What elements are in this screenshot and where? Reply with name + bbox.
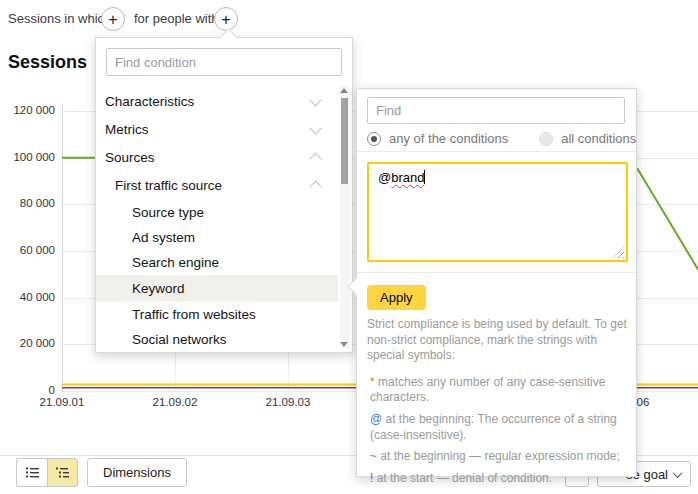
tree-view-button[interactable]: [47, 458, 78, 487]
radio-all-conditions[interactable]: [539, 132, 553, 146]
help-rule-exclamation: ! at the start — denial of condition.: [367, 471, 627, 487]
condition-dropdown: Characteristics Metrics Sources First tr…: [95, 37, 353, 353]
tilde-symbol: ~: [370, 449, 377, 463]
radio-all-label: all conditions: [561, 131, 636, 146]
chart-line-sessions-green: [637, 168, 698, 269]
scroll-down-icon[interactable]: [340, 342, 348, 347]
at-symbol: @: [370, 412, 382, 426]
condition-item-sources[interactable]: Sources: [96, 143, 338, 171]
chevron-down-icon: [309, 93, 322, 106]
match-mode-radios: any of the conditions all conditions: [367, 129, 636, 147]
dimensions-button[interactable]: Dimensions: [87, 458, 187, 487]
text-cursor: [424, 170, 425, 184]
radio-any-conditions[interactable]: [367, 132, 381, 146]
scrollbar-thumb[interactable]: [341, 98, 348, 184]
find-condition-input[interactable]: [106, 48, 342, 76]
resize-handle-icon[interactable]: [613, 247, 624, 258]
condition-item-traffic-from-websites[interactable]: Traffic from websites: [96, 302, 338, 327]
scroll-up-icon[interactable]: [340, 88, 348, 93]
help-rule-asterisk: * matches any number of any case-sensiti…: [367, 375, 627, 406]
y-axis-label: 60 000: [0, 244, 55, 256]
dropdown-scrollbar[interactable]: [340, 86, 349, 349]
tree-view-icon: [55, 466, 70, 479]
condition-item-characteristics[interactable]: Characteristics: [96, 87, 338, 115]
y-axis-label: 0: [0, 384, 55, 396]
y-axis-label: 40 000: [0, 291, 55, 303]
condition-item-metrics[interactable]: Metrics: [96, 115, 338, 143]
popup-divider: [357, 272, 636, 273]
value-prefix: @: [378, 170, 391, 185]
x-axis-label: 21.09.02: [135, 396, 215, 408]
y-axis-line: [62, 104, 63, 391]
help-rule-at: @ at the beginning: The occurrence of a …: [367, 412, 627, 443]
list-view-icon: [25, 466, 40, 479]
condition-list: Characteristics Metrics Sources First tr…: [96, 87, 338, 352]
value-word: brand: [391, 170, 424, 185]
help-intro: Strict compliance is being used by defau…: [367, 317, 627, 364]
radio-any-label: any of the conditions: [389, 131, 508, 146]
condition-item-search-engine[interactable]: Search engine: [96, 250, 338, 275]
condition-item-ad-system[interactable]: Ad system: [96, 225, 338, 250]
condition-item-social-networks[interactable]: Social networks: [96, 327, 338, 352]
condition-item-first-traffic-source[interactable]: First traffic source: [96, 171, 338, 200]
syntax-help: Strict compliance is being used by defau…: [367, 317, 627, 492]
help-rule-tilde: ~ at the beginning — regular expression …: [367, 449, 627, 465]
x-axis-label: 21.09.01: [22, 396, 102, 408]
chevron-up-icon: [309, 152, 322, 165]
apply-button[interactable]: Apply: [367, 285, 426, 310]
y-axis-label: 100 000: [0, 151, 55, 163]
list-view-button[interactable]: [16, 458, 47, 487]
chevron-up-icon: [309, 181, 322, 194]
find-value-input[interactable]: [367, 97, 625, 124]
view-toggle: [16, 458, 78, 487]
keyword-value-popup: any of the conditions all conditions @br…: [356, 88, 637, 477]
condition-item-keyword[interactable]: Keyword: [96, 275, 338, 302]
y-axis-label: 120 000: [0, 104, 55, 116]
y-axis-label: 20 000: [0, 337, 55, 349]
chevron-down-icon: [309, 121, 322, 134]
condition-value-textarea[interactable]: @brand: [367, 162, 628, 262]
condition-item-source-type[interactable]: Source type: [96, 200, 338, 225]
chevron-down-icon: [673, 468, 683, 478]
popup-divider: [357, 151, 636, 152]
analytics-app: Sessions in which + for people with + Se…: [0, 0, 698, 494]
y-axis-label: 80 000: [0, 197, 55, 209]
x-axis-label: 21.09.03: [248, 396, 328, 408]
